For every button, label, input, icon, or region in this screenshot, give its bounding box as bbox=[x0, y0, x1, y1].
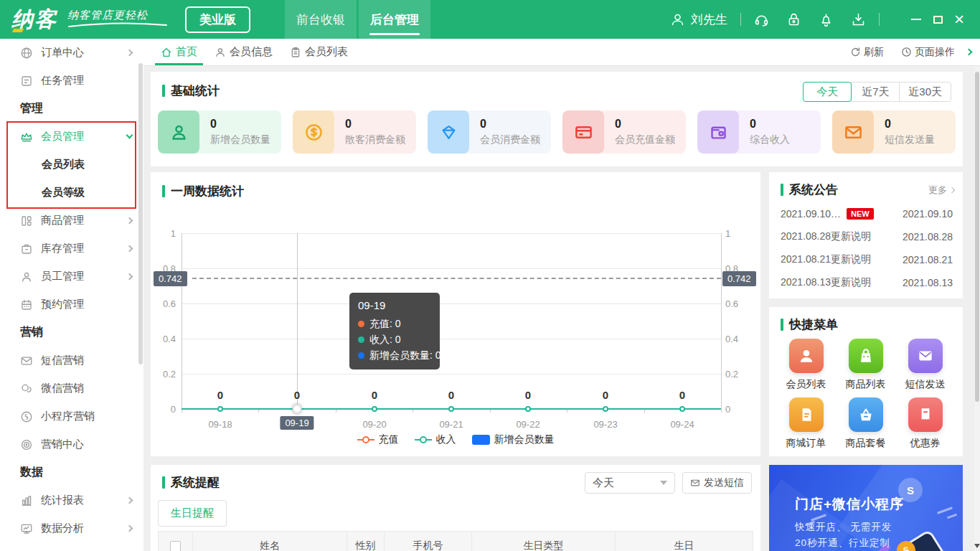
filter-30days[interactable]: 近30天 bbox=[899, 82, 951, 102]
filter-7days[interactable]: 近7天 bbox=[851, 82, 900, 102]
legend-new-members[interactable]: 新增会员数量 bbox=[472, 433, 555, 446]
select-all-checkbox[interactable] bbox=[170, 541, 181, 551]
scrollbar-thumb[interactable] bbox=[975, 72, 979, 402]
scrollbar-down-arrow-icon[interactable] bbox=[974, 544, 980, 548]
tab-member-info[interactable]: 会员信息 bbox=[215, 39, 273, 65]
filter-today[interactable]: 今天 bbox=[803, 82, 852, 102]
tab-backend-admin[interactable]: 后台管理 bbox=[359, 0, 430, 39]
sidebar-item-staff-mgmt[interactable]: 员工管理 bbox=[0, 263, 143, 291]
refresh-button[interactable]: 刷新 bbox=[850, 46, 884, 59]
data-point[interactable] bbox=[217, 406, 223, 412]
panel-title: 系统公告 bbox=[789, 182, 838, 198]
quick-goods-package[interactable]: 商品套餐 bbox=[836, 397, 895, 450]
sidebar-item-member-mgmt[interactable]: 会员管理 bbox=[0, 123, 143, 151]
stat-card-new-members: 0新增会员数量 bbox=[158, 110, 281, 154]
column-header-name: 姓名 bbox=[193, 532, 347, 551]
announcement-title[interactable]: 2021.08.28更新说明 bbox=[781, 230, 871, 243]
quick-member-list[interactable]: 会员列表 bbox=[776, 339, 836, 391]
announcement-date: 2021.09.10 bbox=[903, 208, 953, 220]
data-point-hovered[interactable] bbox=[293, 405, 302, 414]
caret-down-icon bbox=[660, 481, 667, 485]
data-point[interactable] bbox=[448, 406, 454, 412]
birthday-reminder-tab[interactable]: 生日提醒 bbox=[158, 500, 227, 527]
stat-label: 会员消费金额 bbox=[480, 133, 540, 146]
sidebar-item-data-analysis[interactable]: 数据分析 bbox=[0, 514, 143, 542]
data-point[interactable] bbox=[372, 406, 377, 412]
column-header-birthday: 生日 bbox=[616, 532, 753, 551]
x-tick-label: 09-24 bbox=[670, 419, 694, 430]
stat-label: 综合收入 bbox=[750, 133, 790, 146]
title-accent-bar bbox=[781, 184, 783, 196]
bell-icon[interactable] bbox=[819, 12, 834, 27]
legend-line-icon bbox=[357, 439, 374, 441]
banner-subtitle: 20秒开通、行业定制 bbox=[795, 537, 890, 550]
send-sms-button[interactable]: 发送短信 bbox=[682, 472, 752, 494]
legend-recharge[interactable]: 充值 bbox=[357, 433, 399, 446]
stat-value: 0 bbox=[480, 118, 540, 131]
quick-goods-list[interactable]: 商品列表 bbox=[836, 339, 895, 391]
data-point[interactable] bbox=[679, 406, 685, 412]
y-axis-left bbox=[182, 233, 182, 409]
minimize-button[interactable] bbox=[905, 9, 927, 30]
close-button[interactable]: × bbox=[948, 9, 970, 30]
sidebar-subitem-member-list[interactable]: 会员列表 bbox=[0, 151, 143, 179]
wechat-icon bbox=[20, 382, 33, 395]
tab-home[interactable]: 首页 bbox=[161, 39, 197, 65]
announcement-title[interactable]: 2021.08.21更新说明 bbox=[781, 253, 871, 266]
chevron-right-icon bbox=[126, 50, 133, 57]
marker-value-badge: 0.742 bbox=[722, 271, 756, 286]
marker-dashed-line bbox=[192, 278, 721, 279]
sidebar-item-booking-mgmt[interactable]: 预约管理 bbox=[0, 291, 143, 319]
quick-sms-send[interactable]: 短信发送 bbox=[895, 339, 955, 391]
sidebar-item-marketing-center[interactable]: 营销中心 bbox=[0, 430, 143, 458]
reminder-table: 姓名 性别 手机号 生日类型 生日 bbox=[158, 531, 753, 551]
edition-badge[interactable]: 美业版 bbox=[185, 6, 250, 33]
reminders-panel: 系统提醒 今天 发送短信 生日提醒 姓名 性别 手机号 生日类型 生日 bbox=[151, 465, 760, 551]
sidebar-item-miniprogram-marketing[interactable]: 小程序营销 bbox=[0, 402, 143, 430]
more-link[interactable]: 更多 bbox=[928, 184, 954, 197]
x-tick-label: 09-21 bbox=[439, 419, 463, 430]
tab-front-cashier[interactable]: 前台收银 bbox=[285, 0, 357, 39]
sidebar-subitem-member-level[interactable]: 会员等级 bbox=[0, 179, 143, 207]
inventory-icon bbox=[20, 242, 33, 255]
x-tick-label: 09-18 bbox=[208, 419, 232, 430]
data-point[interactable] bbox=[525, 406, 531, 412]
page-operations-button[interactable]: 页面操作 bbox=[901, 46, 955, 59]
sidebar-item-stat-reports[interactable]: 统计报表 bbox=[0, 486, 143, 514]
quick-coupons[interactable]: 优惠券 bbox=[895, 397, 955, 450]
reminder-date-select[interactable]: 今天 bbox=[585, 472, 675, 494]
sms-icon bbox=[20, 354, 33, 367]
tab-member-list[interactable]: 会员列表 bbox=[290, 39, 348, 65]
chevron-right-icon bbox=[949, 187, 955, 192]
y-tick-label: 0.6 bbox=[725, 298, 738, 309]
gridline bbox=[182, 268, 721, 269]
sidebar-section-marketing: 营销 bbox=[0, 319, 143, 347]
stat-card-sms-sent: 0短信发送量 bbox=[832, 110, 956, 154]
chevron-right-icon[interactable] bbox=[966, 49, 973, 56]
headset-icon[interactable] bbox=[754, 12, 769, 27]
point-value-label: 0 bbox=[448, 389, 454, 401]
point-value-label: 0 bbox=[217, 389, 223, 401]
quick-mall-orders[interactable]: 商城订单 bbox=[776, 397, 836, 450]
ad-banner[interactable]: S S 门店+微信小程序 快速开店、 无需开发 20秒开通、行业定制 bbox=[769, 465, 963, 551]
announcement-title[interactable]: 2021.09.10… bbox=[781, 208, 841, 220]
tooltip-row: 充值: 0 bbox=[358, 316, 431, 331]
main-scrollbar[interactable] bbox=[974, 66, 980, 551]
announcement-title[interactable]: 2021.08.13更新说明 bbox=[781, 276, 871, 289]
sidebar-item-task-mgmt[interactable]: 任务管理 bbox=[0, 67, 143, 95]
maximize-button[interactable] bbox=[927, 9, 948, 30]
sidebar-scrollbar[interactable] bbox=[138, 63, 143, 364]
user-menu[interactable]: 刘先生 bbox=[670, 11, 727, 28]
download-icon[interactable] bbox=[851, 12, 866, 27]
sidebar-item-order-center[interactable]: 订单中心 bbox=[0, 39, 143, 67]
member-icon bbox=[215, 47, 226, 58]
data-point[interactable] bbox=[603, 406, 608, 412]
legend-income[interactable]: 收入 bbox=[415, 433, 456, 446]
column-header-phone: 手机号 bbox=[385, 532, 472, 551]
sidebar-item-sms-marketing[interactable]: 短信营销 bbox=[0, 347, 143, 375]
sidebar-item-goods-mgmt[interactable]: 商品管理 bbox=[0, 207, 143, 235]
lock-icon[interactable] bbox=[786, 12, 801, 27]
announcement-date: 2021.08.28 bbox=[903, 231, 953, 242]
sidebar-item-inventory-mgmt[interactable]: 库存管理 bbox=[0, 235, 143, 263]
sidebar-item-wechat-marketing[interactable]: 微信营销 bbox=[0, 375, 143, 402]
